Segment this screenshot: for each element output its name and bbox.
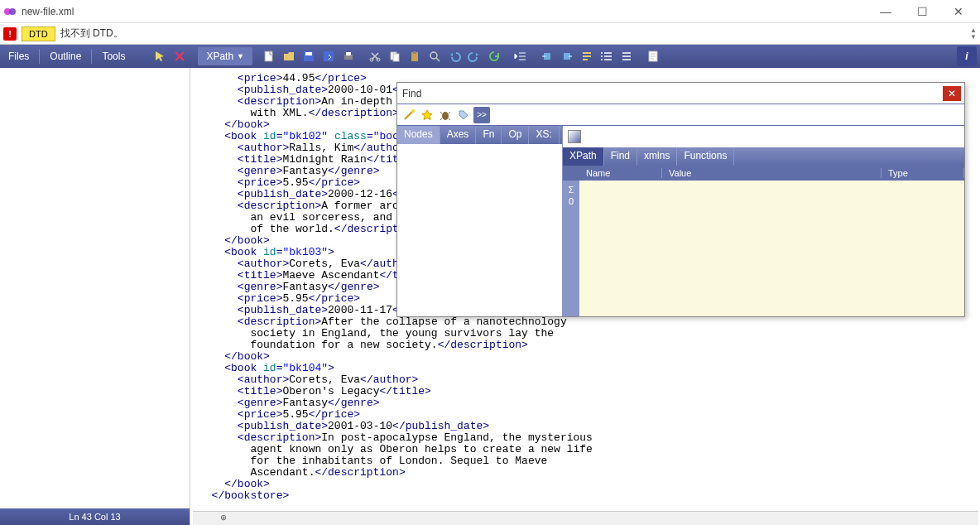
svg-point-22 — [442, 112, 449, 120]
message-text: 找不到 DTD。 — [60, 26, 967, 41]
main-toolbar: Files Outline Tools XPath▼ i — [0, 45, 980, 68]
copy-icon[interactable] — [386, 47, 404, 65]
left-panel: Ln 43 Col 13 — [0, 68, 190, 525]
svg-point-14 — [430, 52, 437, 59]
svg-point-21 — [411, 109, 415, 113]
find-title: Find — [402, 88, 943, 99]
list-icon[interactable] — [598, 47, 616, 65]
wand-icon[interactable] — [401, 107, 417, 123]
minimize-button[interactable]: — — [867, 0, 904, 23]
menu-files[interactable]: Files — [0, 46, 37, 67]
find-toolbar: >> — [397, 104, 964, 126]
find-left-tab-op[interactable]: Op — [502, 126, 529, 144]
svg-point-1 — [9, 8, 16, 15]
window-title: new-file.xml — [22, 6, 867, 17]
info-button[interactable]: i — [957, 46, 977, 66]
svg-rect-7 — [346, 52, 351, 55]
find-left-tabs: NodesAxesFnOpXS: — [397, 126, 562, 144]
cursor-position: Ln 43 Col 13 — [69, 512, 120, 522]
close-button[interactable]: ✕ — [940, 0, 977, 23]
svg-point-18 — [601, 55, 603, 57]
star-icon[interactable] — [419, 107, 435, 123]
find-table-body: Σ 0 — [563, 181, 964, 316]
list2-icon[interactable] — [617, 47, 636, 65]
find-right-tabs: XPathFindxmlnsFunctions — [563, 147, 964, 166]
doc-icon[interactable] — [644, 47, 662, 65]
tag-icon[interactable] — [455, 107, 472, 123]
find-right-tab-find[interactable]: Find — [604, 147, 637, 166]
cut-icon[interactable] — [366, 47, 384, 65]
find-left-tab-xs:[interactable]: XS: — [529, 126, 559, 144]
title-bar: new-file.xml — ☐ ✕ — [0, 0, 980, 23]
menu-tools[interactable]: Tools — [94, 46, 133, 67]
svg-rect-11 — [393, 54, 399, 61]
app-icon — [3, 5, 17, 18]
find-checkbox-icon[interactable] — [568, 130, 581, 143]
col-type: Type — [882, 168, 964, 178]
menu-outline[interactable]: Outline — [41, 46, 89, 67]
print-icon[interactable] — [339, 47, 358, 65]
find-right-tab-xmlns[interactable]: xmlns — [637, 147, 677, 166]
expand-button[interactable]: >> — [473, 107, 490, 123]
find-table-header: Name Value Type — [563, 166, 964, 181]
find-gutter: Σ 0 — [563, 181, 579, 316]
find-left-tab-nodes[interactable]: Nodes — [397, 126, 440, 144]
message-bar: ! DTD 找不到 DTD。 ▲▼ — [0, 23, 980, 45]
dtd-button[interactable]: DTD — [22, 26, 55, 41]
svg-rect-4 — [305, 52, 312, 55]
save-as-icon[interactable] — [319, 47, 338, 65]
pointer-icon[interactable] — [151, 47, 169, 65]
tool-b-icon[interactable] — [558, 47, 576, 65]
message-scroll[interactable]: ▲▼ — [970, 27, 977, 41]
refresh-icon[interactable] — [485, 47, 503, 65]
undo-icon[interactable] — [445, 47, 464, 65]
tool-a-icon[interactable] — [538, 47, 556, 65]
xpath-button[interactable]: XPath▼ — [198, 47, 252, 65]
horizontal-scrollbar[interactable]: ⊕ — [193, 511, 978, 525]
svg-rect-13 — [413, 51, 416, 54]
open-folder-icon[interactable] — [280, 47, 298, 65]
find-right-tab-xpath[interactable]: XPath — [563, 147, 604, 166]
svg-point-19 — [601, 59, 603, 60]
delete-icon[interactable] — [171, 47, 189, 65]
find-close-button[interactable]: ✕ — [943, 86, 961, 101]
error-icon: ! — [3, 27, 17, 41]
find-panel: Find ✕ >> NodesAxesFnOpXS: XPathFindxmln… — [396, 82, 965, 317]
redo-icon[interactable] — [465, 47, 483, 65]
bug-icon[interactable] — [437, 107, 454, 123]
find-right-tab-functions[interactable]: Functions — [677, 147, 734, 166]
status-bar: Ln 43 Col 13 — [0, 508, 190, 525]
find-left-panel: NodesAxesFnOpXS: — [397, 126, 563, 316]
indent-left-icon[interactable] — [512, 47, 530, 65]
maximize-button[interactable]: ☐ — [904, 0, 940, 23]
new-file-icon[interactable] — [260, 47, 278, 65]
find-left-tab-axes[interactable]: Axes — [440, 126, 477, 144]
col-name: Name — [579, 168, 662, 178]
tool-c-icon[interactable] — [578, 47, 596, 65]
col-value: Value — [662, 168, 882, 178]
svg-point-17 — [601, 52, 603, 54]
paste-icon[interactable] — [406, 47, 424, 65]
svg-rect-5 — [324, 51, 334, 61]
save-icon[interactable] — [300, 47, 318, 65]
find-left-tab-fn[interactable]: Fn — [476, 126, 502, 144]
search-icon[interactable] — [425, 47, 444, 65]
